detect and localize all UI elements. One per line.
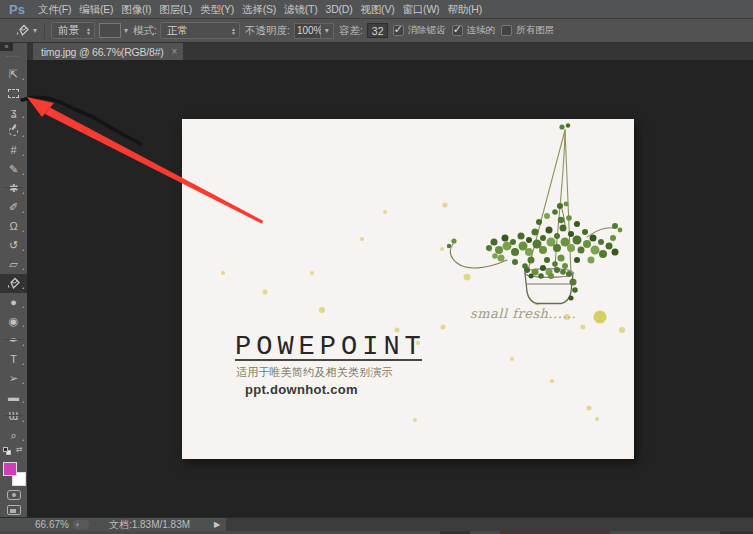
swatch-caret-icon: ▾ <box>124 26 128 35</box>
quick-mask-button[interactable] <box>7 490 21 500</box>
zoom-level-field[interactable]: 66.67% <box>35 519 69 530</box>
screen-mode-button[interactable] <box>7 505 21 515</box>
document-page[interactable]: POWEPOINT 适用于唯美简约及相关类别演示 ppt.downhot.com… <box>182 119 634 459</box>
mode-dropdown[interactable]: 正常 ▲▼ <box>160 22 240 39</box>
spot-healing-brush-tool[interactable]: ✱ <box>0 179 27 198</box>
brush-tool[interactable]: ✐ <box>0 198 27 217</box>
rectangular-marquee-tool[interactable] <box>0 84 27 103</box>
checkbox-1[interactable]: 消除锯齿 <box>393 24 446 37</box>
paint-bucket-preset[interactable]: ▾ <box>15 24 37 38</box>
status-bar: 66.67% 文档:1.83M/1.83M ▶ <box>0 517 753 531</box>
clone-stamp-tool[interactable]: Ω <box>0 217 27 236</box>
swap-colors-icon[interactable]: ⇄ <box>16 445 23 454</box>
menu-bar: Ps 文件(F)编辑(E)图像(I)图层(L)类型(Y)选择(S)滤镜(T)3D… <box>0 0 753 19</box>
caret-icon: ▾ <box>325 26 329 35</box>
photoshop-window: Ps 文件(F)编辑(E)图像(I)图层(L)类型(Y)选择(S)滤镜(T)3D… <box>0 0 753 534</box>
eyedropper-tool[interactable]: ✎ <box>0 160 27 179</box>
default-colors-icon[interactable] <box>3 447 12 456</box>
document-tab-bar: timg.jpg @ 66.7%(RGB/8#) × <box>27 43 753 60</box>
title-underline <box>235 359 422 361</box>
fill-source-dropdown[interactable]: 前景 ▲▼ <box>51 22 95 39</box>
opacity-label: 不透明度: <box>245 24 290 38</box>
lasso-tool[interactable]: ʓ <box>0 103 27 122</box>
opacity-value[interactable]: 100% <box>294 23 321 39</box>
menu-item-9[interactable]: 视图(V) <box>357 0 399 18</box>
hanging-plant-illustration <box>447 123 623 303</box>
slide-website: ppt.downhot.com <box>245 382 358 397</box>
pen-tool[interactable]: ✒ <box>0 331 27 350</box>
color-swatch-cluster: ⇄ <box>0 445 27 505</box>
tolerance-input[interactable]: 32 <box>367 23 388 38</box>
rectangle-tool[interactable]: ▬ <box>0 388 27 407</box>
tab-close-icon[interactable]: × <box>172 46 178 57</box>
tool-panel: » ▪▪▪▪▪ ⇱ʓ#✎✱✐Ω↺▱●◉✒T➢▬Ɯ⌕ ⇄ <box>0 43 27 517</box>
separator <box>44 23 45 39</box>
hand-tool[interactable]: Ɯ <box>0 407 27 426</box>
menu-item-3[interactable]: 图像(I) <box>117 0 155 18</box>
opacity-caret[interactable]: ▾ <box>321 23 334 39</box>
dodge-tool[interactable]: ◉ <box>0 312 27 331</box>
mode-label: 模式: <box>133 24 157 38</box>
document-size-info: 文档:1.83M/1.83M <box>109 518 190 532</box>
eraser-tool[interactable]: ▱ <box>0 255 27 274</box>
paint-bucket-icon <box>15 24 30 38</box>
history-brush-tool[interactable]: ↺ <box>0 236 27 255</box>
crop-tool[interactable]: # <box>0 141 27 160</box>
checkbox-label: 连续的 <box>467 24 496 37</box>
checkbox-label: 所有图层 <box>516 24 554 37</box>
menu-item-2[interactable]: 编辑(E) <box>75 0 117 18</box>
fill-source-value: 前景 <box>58 24 83 38</box>
zoom-tool[interactable]: ⌕ <box>0 426 27 445</box>
slide-caption: small fresh...... <box>470 306 576 321</box>
tolerance-label: 容差: <box>339 24 363 38</box>
mode-value: 正常 <box>167 24 228 38</box>
document-tab[interactable]: timg.jpg @ 66.7%(RGB/8#) × <box>33 43 183 60</box>
pattern-swatch[interactable] <box>99 23 121 38</box>
updown-icon: ▲▼ <box>231 27 236 35</box>
type-tool[interactable]: T <box>0 350 27 369</box>
menu-item-5[interactable]: 类型(Y) <box>196 0 238 18</box>
checkbox-2[interactable]: 连续的 <box>452 24 496 37</box>
menu-item-8[interactable]: 3D(D) <box>322 0 357 18</box>
updown-icon: ▲▼ <box>86 27 91 35</box>
status-popup-arrow[interactable]: ▶ <box>214 520 220 529</box>
blur-tool[interactable]: ● <box>0 293 27 312</box>
checkbox-checked-icon[interactable] <box>452 25 463 36</box>
canvas-area[interactable]: POWEPOINT 适用于唯美简约及相关类别演示 ppt.downhot.com… <box>27 60 753 517</box>
slide-title: POWEPOINT <box>235 332 426 362</box>
preset-caret-icon: ▾ <box>33 26 37 35</box>
menu-item-6[interactable]: 选择(S) <box>238 0 280 18</box>
artwork-graphics <box>182 119 634 459</box>
slide-subtitle: 适用于唯美简约及相关类别演示 <box>236 365 393 380</box>
checkbox-checked-icon[interactable] <box>393 25 404 36</box>
toolbar-grip[interactable]: ▪▪▪▪▪ <box>0 54 27 60</box>
move-tool[interactable]: ⇱ <box>0 65 27 84</box>
checkbox-unchecked-icon[interactable] <box>501 25 512 36</box>
menu-item-11[interactable]: 帮助(H) <box>443 0 486 18</box>
menu-item-10[interactable]: 窗口(W) <box>399 0 444 18</box>
checkbox-label: 消除锯齿 <box>408 24 446 37</box>
menu-item-7[interactable]: 滤镜(T) <box>280 0 321 18</box>
toolbar-collapse-icon[interactable]: » <box>0 43 13 51</box>
photoshop-logo: Ps <box>9 2 25 17</box>
menu-item-4[interactable]: 图层(L) <box>155 0 196 18</box>
path-selection-tool[interactable]: ➢ <box>0 369 27 388</box>
menu-item-1[interactable]: 文件(F) <box>34 0 75 18</box>
quick-selection-tool[interactable] <box>0 122 27 141</box>
checkbox-3[interactable]: 所有图层 <box>501 24 554 37</box>
paint-bucket-tool[interactable] <box>0 274 27 293</box>
document-tab-title: timg.jpg @ 66.7%(RGB/8#) <box>41 46 164 58</box>
scrubby-zoom-icon <box>73 520 89 529</box>
options-bar: ▾ 前景 ▲▼ ▾ 模式: 正常 ▲▼ 不透明度: 100% ▾ 容差: 32 … <box>0 19 753 43</box>
foreground-color-swatch[interactable] <box>3 462 17 476</box>
